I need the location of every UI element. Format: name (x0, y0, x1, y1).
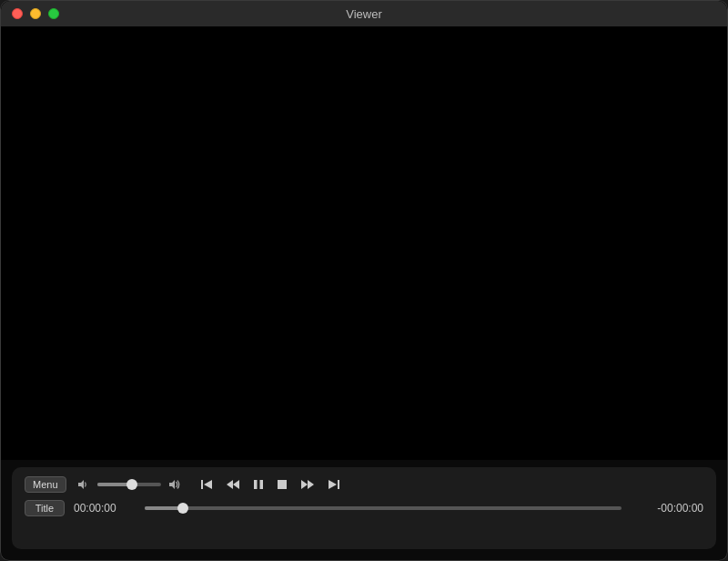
volume-section (76, 476, 185, 493)
volume-thumb[interactable] (126, 479, 137, 490)
controls-panel: Menu (12, 467, 716, 549)
svg-marker-12 (329, 480, 337, 489)
volume-slider[interactable] (97, 483, 161, 486)
volume-low-icon[interactable] (76, 476, 92, 493)
menu-button[interactable]: Menu (25, 476, 66, 493)
skip-to-end-button[interactable] (325, 476, 343, 493)
svg-marker-1 (169, 480, 175, 489)
seek-thumb[interactable] (177, 503, 188, 514)
controls-row-bottom: Title 00:00:00 -00:00:00 (25, 500, 703, 516)
seek-bar[interactable] (145, 506, 622, 510)
close-button[interactable] (12, 8, 23, 19)
svg-marker-10 (308, 480, 314, 489)
svg-rect-7 (259, 480, 263, 489)
stop-button[interactable] (274, 477, 290, 492)
title-bar: Viewer (1, 1, 727, 26)
svg-rect-8 (278, 480, 287, 489)
svg-rect-11 (338, 480, 339, 489)
volume-high-icon[interactable] (167, 476, 185, 493)
svg-marker-9 (301, 480, 308, 489)
svg-marker-0 (78, 480, 84, 489)
svg-marker-5 (227, 480, 233, 489)
svg-rect-2 (201, 480, 203, 489)
svg-marker-4 (233, 480, 239, 489)
minimize-button[interactable] (30, 8, 41, 19)
rewind-button[interactable] (223, 476, 243, 493)
transport-controls (197, 476, 343, 493)
window-title: Viewer (346, 7, 382, 21)
viewer-window: Viewer Menu (0, 0, 728, 561)
remaining-time-display: -00:00:00 (631, 502, 703, 515)
traffic-lights (12, 8, 59, 19)
fast-forward-button[interactable] (298, 476, 318, 493)
pause-button[interactable] (250, 476, 267, 493)
current-time-display: 00:00:00 (74, 502, 136, 515)
title-button[interactable]: Title (25, 500, 65, 516)
controls-row-top: Menu (25, 476, 703, 493)
svg-marker-3 (204, 480, 212, 489)
skip-to-start-button[interactable] (197, 476, 216, 493)
maximize-button[interactable] (48, 8, 59, 19)
video-display (1, 26, 727, 460)
svg-rect-6 (254, 480, 258, 489)
